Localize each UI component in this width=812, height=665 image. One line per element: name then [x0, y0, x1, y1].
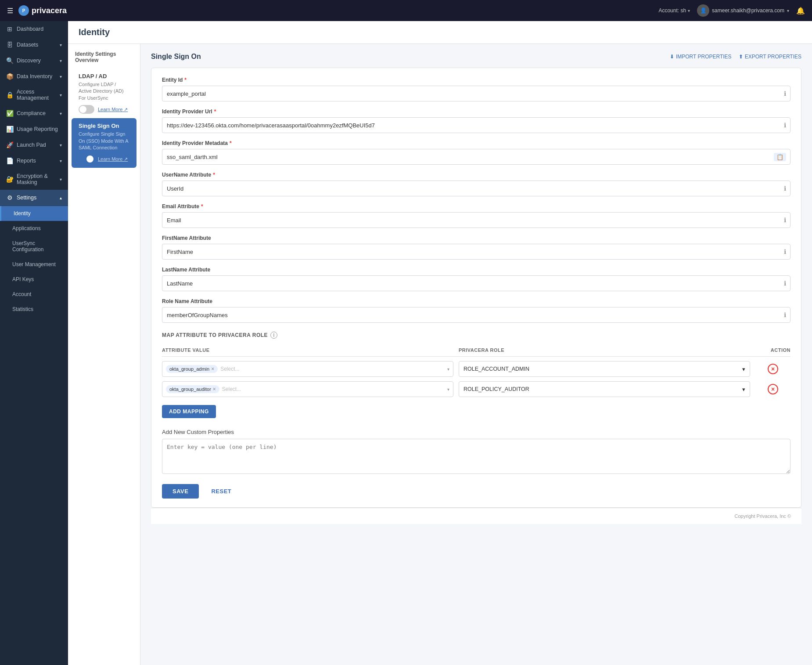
firstname-attr-group: FirstName Attribute ℹ [162, 235, 790, 260]
rolename-attr-input[interactable] [162, 307, 790, 323]
role-select-2[interactable]: ROLE_POLICY_AUDITOR ▾ [459, 381, 750, 397]
sso-header: Single Sign On ⬇ IMPORT PROPERTIES ⬆ EXP… [151, 53, 801, 61]
sso-toggle-row: Learn More ↗ [79, 155, 129, 163]
email-attr-input[interactable] [162, 212, 790, 228]
info-icon[interactable]: ℹ [784, 217, 786, 224]
sidebar-item-launch-pad[interactable]: 🚀 Launch Pad ▾ [0, 137, 68, 153]
col-header-action: ACTION [755, 347, 790, 353]
remove-row-1-button[interactable]: × [768, 364, 778, 374]
username-attr-wrapper: ℹ [162, 181, 790, 196]
copy-icon[interactable]: 📋 [774, 153, 786, 161]
email-attr-group: Email Attribute * ℹ [162, 203, 790, 228]
role-select-1[interactable]: ROLE_ACCOUNT_ADMIN ▾ [459, 361, 750, 377]
custom-properties-section: Add New Custom Properties [162, 429, 790, 475]
chevron-down-icon: ▾ [447, 367, 449, 372]
sidebar-item-settings[interactable]: ⚙ Settings ▴ [0, 190, 68, 206]
map-info-icon[interactable]: i [270, 332, 277, 339]
settings-icon: ⚙ [6, 194, 13, 201]
sso-actions: ⬇ IMPORT PROPERTIES ⬆ EXPORT PROPERTIES [670, 54, 801, 60]
required-indicator: * [184, 77, 187, 83]
access-management-icon: 🔒 [6, 91, 13, 98]
sidebar-item-identity[interactable]: Identity [0, 206, 68, 221]
ldap-card[interactable]: LDAP / AD Configure LDAP / Active Direct… [72, 69, 137, 118]
sidebar-item-compliance[interactable]: ✅ Compliance ▾ [0, 105, 68, 121]
attribute-value-input-1[interactable]: okta_group_admin × Select... ▾ [162, 361, 453, 377]
sso-toggle[interactable] [79, 155, 94, 163]
idp-metadata-label: Identity Provider Metadata * [162, 140, 790, 146]
sidebar-item-usage-reporting[interactable]: 📊 Usage Reporting [0, 121, 68, 137]
sidebar-item-api-keys[interactable]: API Keys [0, 272, 68, 287]
discovery-icon: 🔍 [6, 57, 13, 64]
sidebar-item-applications[interactable]: Applications [0, 221, 68, 236]
rolename-attr-wrapper: ℹ [162, 307, 790, 323]
rolename-attr-label: Role Name Attribute [162, 298, 790, 304]
sidebar-item-label: Usage Reporting [17, 126, 58, 132]
remove-row-2-button[interactable]: × [768, 384, 778, 394]
rolename-attr-group: Role Name Attribute ℹ [162, 298, 790, 323]
col-header-attr-value: ATTRIBUTE VALUE [162, 347, 453, 353]
sidebar-item-account[interactable]: Account [0, 287, 68, 302]
sidebar-sub-label: API Keys [12, 276, 34, 282]
sso-title: Single Sign On [79, 123, 129, 129]
custom-props-label: Add New Custom Properties [162, 429, 790, 435]
add-mapping-button[interactable]: ADD MAPPING [162, 405, 216, 418]
user-email: sameer.shaikh@privacera.com [712, 7, 784, 14]
sidebar-sub-label: UserSync Configuration [12, 240, 62, 253]
sidebar-item-data-inventory[interactable]: 📦 Data Inventory ▾ [0, 69, 68, 84]
chevron-down-icon: ▾ [60, 177, 62, 182]
role-value: ROLE_POLICY_AUDITOR [463, 386, 529, 392]
sidebar-item-access-management[interactable]: 🔒 Access Management ▾ [0, 84, 68, 105]
entity-id-input[interactable] [162, 86, 790, 101]
account-info[interactable]: Account: sh ▾ [658, 7, 690, 14]
export-properties-button[interactable]: ⬆ EXPORT PROPERTIES [739, 54, 801, 60]
page-header: Identity [68, 21, 812, 44]
info-icon[interactable]: ℹ [784, 90, 786, 97]
sidebar-item-statistics[interactable]: Statistics [0, 302, 68, 317]
sidebar-item-user-management[interactable]: User Management [0, 257, 68, 272]
reset-button[interactable]: RESET [204, 484, 238, 499]
sso-card[interactable]: Single Sign On Configure Single Sign On … [72, 118, 137, 168]
launch-pad-icon: 🚀 [6, 141, 13, 148]
user-info[interactable]: 👤 sameer.shaikh@privacera.com ▾ [697, 4, 789, 17]
tag-remove-icon[interactable]: × [213, 386, 216, 392]
idp-url-input[interactable] [162, 117, 790, 133]
ldap-learn-more-link[interactable]: Learn More ↗ [98, 107, 128, 112]
sidebar-item-usersync-config[interactable]: UserSync Configuration [0, 236, 68, 257]
info-icon[interactable]: ℹ [784, 280, 786, 287]
lastname-attr-wrapper: ℹ [162, 275, 790, 291]
attribute-value-input-2[interactable]: okta_group_auditor × Select... ▾ [162, 381, 453, 397]
import-properties-button[interactable]: ⬇ IMPORT PROPERTIES [670, 54, 732, 60]
info-icon[interactable]: ℹ [784, 248, 786, 255]
logo: P privacera [18, 5, 67, 16]
sidebar-item-encryption-masking[interactable]: 🔐 Encryption & Masking ▾ [0, 169, 68, 190]
ldap-toggle[interactable] [79, 105, 94, 114]
custom-props-textarea[interactable] [162, 439, 790, 474]
idp-metadata-group: Identity Provider Metadata * 📋 [162, 140, 790, 165]
idp-metadata-input[interactable] [162, 149, 790, 165]
sidebar-sub-label: Account [12, 291, 31, 297]
sidebar-item-reports[interactable]: 📄 Reports ▾ [0, 153, 68, 169]
col-header-privacera-role: PRIVACERA ROLE [459, 347, 750, 353]
toggle-thumb [79, 106, 86, 113]
idp-url-wrapper: ℹ [162, 117, 790, 133]
save-button[interactable]: SAVE [162, 484, 199, 499]
lastname-attr-input[interactable] [162, 275, 790, 291]
right-panel: Single Sign On ⬇ IMPORT PROPERTIES ⬆ EXP… [140, 44, 812, 665]
reports-icon: 📄 [6, 157, 13, 164]
firstname-attr-input[interactable] [162, 244, 790, 260]
username-attr-input[interactable] [162, 181, 790, 196]
account-chevron-icon: ▾ [688, 8, 690, 13]
sso-learn-more-link[interactable]: Learn More ↗ [98, 156, 128, 162]
required-indicator: * [213, 172, 215, 178]
info-icon[interactable]: ℹ [784, 185, 786, 192]
sidebar-item-discovery[interactable]: 🔍 Discovery ▾ [0, 53, 68, 69]
tag-remove-icon[interactable]: × [211, 366, 214, 372]
lastname-attr-group: LastName Attribute ℹ [162, 267, 790, 291]
info-icon[interactable]: ℹ [784, 122, 786, 129]
hamburger-icon[interactable]: ☰ [7, 7, 13, 15]
sidebar-item-datasets[interactable]: 🗄 Datasets ▾ [0, 37, 68, 53]
info-icon[interactable]: ℹ [784, 311, 786, 318]
chevron-up-icon: ▴ [60, 195, 62, 200]
sidebar-item-dashboard[interactable]: ⊞ Dashboard [0, 21, 68, 37]
notification-bell-icon[interactable]: 🔔 [796, 7, 805, 15]
